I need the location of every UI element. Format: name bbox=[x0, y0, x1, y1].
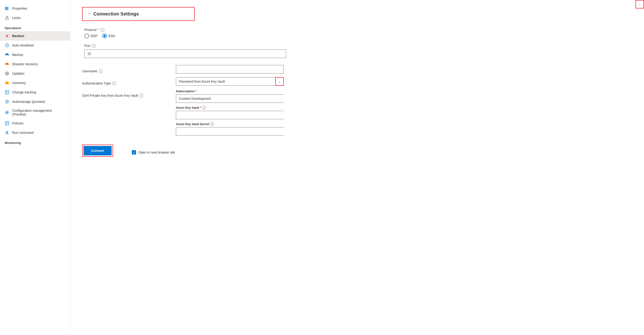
svg-line-8 bbox=[7, 45, 8, 46]
sidebar-label-automanage: Automanage (preview) bbox=[12, 100, 45, 104]
protocol-required: * bbox=[98, 28, 99, 32]
connect-btn-wrapper: Connect bbox=[82, 145, 113, 157]
port-input[interactable] bbox=[84, 50, 286, 58]
checkmark-icon: ✓ bbox=[133, 151, 135, 154]
protocol-rdp-option[interactable]: RDP bbox=[84, 34, 98, 38]
username-label-row: Username i bbox=[82, 65, 166, 77]
sidebar-item-updates[interactable]: Updates bbox=[0, 69, 70, 78]
ssh-key-info-icon[interactable]: i bbox=[140, 94, 143, 97]
properties-icon bbox=[5, 6, 10, 11]
lock-icon bbox=[5, 16, 10, 20]
azure-key-vault-label: Azure Key Vault * i bbox=[176, 106, 284, 109]
ssh-label: SSH bbox=[108, 34, 115, 38]
sidebar-label-config-mgmt: Configuration management (Preview) bbox=[12, 109, 66, 116]
username-input[interactable] bbox=[176, 65, 284, 74]
username-info-icon[interactable]: i bbox=[99, 69, 102, 73]
sidebar-item-run-command[interactable]: Run command bbox=[0, 128, 70, 137]
svg-rect-16 bbox=[6, 81, 8, 82]
auth-type-label-row: Authentication Type i bbox=[82, 77, 166, 90]
right-fields: ⌄ Subscription * ⌄ bbox=[176, 65, 284, 139]
auth-type-input[interactable] bbox=[176, 77, 284, 86]
sidebar-item-change-tracking[interactable]: Change tracking bbox=[0, 88, 70, 97]
sidebar-label-backup: Backup bbox=[12, 53, 23, 57]
sidebar-label-updates: Updates bbox=[12, 72, 24, 75]
collapse-chevron-icon: ⌃ bbox=[88, 12, 91, 16]
backup-icon bbox=[5, 52, 10, 57]
form-main-row: Username i Authentication Type i SSH Pri… bbox=[82, 65, 284, 139]
sidebar-item-properties[interactable]: Properties bbox=[0, 4, 70, 13]
auto-shutdown-icon bbox=[5, 43, 10, 48]
main-content: ⌃ Connection Settings Protocol * i RDP S… bbox=[70, 0, 644, 335]
ssh-key-label: SSH Private Key from Azure Key Vault bbox=[82, 94, 138, 97]
azure-key-vault-secret-select-row: ⌄ bbox=[176, 127, 284, 136]
open-new-tab-label: Open in new browser tab bbox=[138, 150, 175, 154]
sidebar-label-policies: Policies bbox=[12, 121, 24, 125]
azure-key-vault-secret-input[interactable] bbox=[176, 127, 284, 136]
auth-type-select-row: ⌄ bbox=[176, 77, 284, 86]
inventory-icon bbox=[5, 81, 10, 85]
azure-key-vault-field-group: Azure Key Vault * i ⌄ bbox=[176, 106, 284, 119]
azure-key-vault-input[interactable] bbox=[176, 111, 284, 119]
sidebar-label-auto-shutdown: Auto-shutdown bbox=[12, 44, 34, 47]
svg-point-10 bbox=[6, 73, 8, 74]
bastion-icon bbox=[5, 34, 10, 38]
section-title: Connection Settings bbox=[93, 11, 139, 17]
config-mgmt-icon bbox=[5, 110, 10, 115]
sidebar-item-locks[interactable]: Locks bbox=[0, 13, 70, 23]
protocol-radio-group: RDP SSH bbox=[84, 34, 282, 38]
sidebar-item-bastion[interactable]: Bastion bbox=[0, 31, 70, 41]
sidebar-item-inventory[interactable]: Inventory bbox=[0, 78, 70, 88]
connect-button[interactable]: Connect bbox=[84, 146, 112, 155]
open-new-tab-checkbox[interactable]: ✓ bbox=[132, 150, 136, 154]
azure-key-vault-info-icon[interactable]: i bbox=[202, 106, 206, 109]
updates-icon bbox=[5, 71, 10, 76]
policies-icon bbox=[5, 121, 10, 126]
username-field-wrapper bbox=[176, 65, 284, 74]
protocol-info-icon[interactable]: i bbox=[100, 28, 104, 32]
rdp-label: RDP bbox=[90, 34, 98, 38]
sidebar-item-auto-shutdown[interactable]: Auto-shutdown bbox=[0, 41, 70, 50]
auth-type-dropdown-btn[interactable]: ⌄ bbox=[275, 77, 284, 86]
ssh-key-label-row: SSH Private Key from Azure Key Vault i bbox=[82, 90, 166, 102]
bottom-row: Connect ✓ Open in new browser tab bbox=[82, 142, 284, 157]
azure-key-vault-secret-info-icon[interactable]: i bbox=[210, 122, 214, 126]
protocol-ssh-option[interactable]: SSH bbox=[102, 34, 115, 38]
sidebar-label-run-command: Run command bbox=[12, 131, 34, 135]
azure-key-vault-secret-dropdown-btn[interactable]: ⌄ bbox=[636, 0, 644, 9]
subscription-field-group: Subscription * ⌄ bbox=[176, 90, 284, 103]
svg-rect-0 bbox=[5, 7, 6, 10]
ssh-radio[interactable] bbox=[102, 34, 107, 38]
sidebar-item-automanage[interactable]: Automanage (preview) bbox=[0, 97, 70, 106]
connection-settings-header[interactable]: ⌃ Connection Settings bbox=[82, 7, 195, 21]
svg-rect-1 bbox=[6, 7, 7, 10]
sidebar-item-disaster-recovery[interactable]: Disaster recovery bbox=[0, 59, 70, 69]
azure-key-vault-secret-label: Azure Key Vault Secret i bbox=[176, 122, 284, 126]
sidebar-label-inventory: Inventory bbox=[12, 81, 26, 85]
username-label: Username bbox=[82, 69, 97, 73]
change-tracking-icon bbox=[5, 90, 10, 95]
subscription-select-row: ⌄ bbox=[176, 94, 284, 103]
sidebar-label-disaster-recovery: Disaster recovery bbox=[12, 62, 38, 66]
azure-key-vault-secret-field-group: Azure Key Vault Secret i ⌄ bbox=[176, 122, 284, 136]
port-info-icon[interactable]: i bbox=[92, 44, 96, 48]
subscription-label: Subscription * bbox=[176, 90, 284, 93]
protocol-label: Protocol * i bbox=[84, 28, 282, 32]
auth-type-info-icon[interactable]: i bbox=[112, 82, 116, 85]
sidebar-label-bastion: Bastion bbox=[12, 34, 24, 38]
automanage-icon bbox=[5, 99, 10, 104]
sidebar-item-backup[interactable]: Backup bbox=[0, 50, 70, 59]
auth-type-label: Authentication Type bbox=[82, 82, 111, 85]
rdp-radio[interactable] bbox=[84, 34, 89, 38]
sidebar-item-config-mgmt[interactable]: Configuration management (Preview) bbox=[0, 106, 70, 119]
svg-rect-2 bbox=[8, 7, 8, 10]
auth-type-field-wrapper: ⌄ bbox=[176, 77, 284, 86]
sidebar-label-locks: Locks bbox=[12, 16, 21, 20]
sidebar-section-monitoring: Monitoring bbox=[0, 137, 70, 146]
port-section: Port i bbox=[82, 44, 284, 58]
svg-rect-3 bbox=[6, 18, 8, 20]
sidebar-item-policies[interactable]: Policies bbox=[0, 119, 70, 128]
subscription-required: * bbox=[195, 90, 196, 93]
subscription-input[interactable] bbox=[176, 94, 284, 103]
sidebar: Properties Locks Operations Bastion bbox=[0, 0, 70, 335]
svg-point-22 bbox=[6, 101, 8, 102]
